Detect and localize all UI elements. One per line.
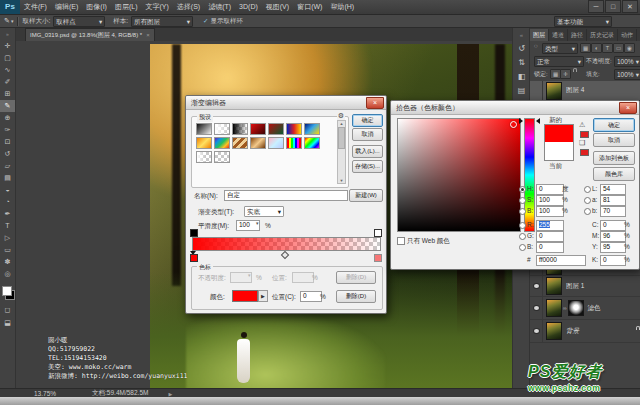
smoothness-caret-icon[interactable]: ▾ (256, 220, 259, 226)
g-input[interactable]: 0 (536, 231, 564, 242)
gradient-preset[interactable] (196, 137, 212, 149)
eye-icon[interactable] (534, 329, 539, 333)
mask-link-icon[interactable]: ∞ (563, 305, 567, 311)
layer-name[interactable]: 图层 4 (566, 86, 584, 95)
hue-arrow-left[interactable] (519, 118, 523, 124)
k-input[interactable]: 0 (600, 255, 626, 266)
stop-color-swatch[interactable] (232, 290, 258, 302)
sample-size-dropdown[interactable]: 取样点▾ (53, 16, 105, 27)
l-input[interactable]: 54 (600, 184, 626, 195)
scroll-up-icon[interactable]: ▲ (338, 121, 345, 126)
pen-tool[interactable]: ✒ (0, 208, 15, 220)
current-color-swatch[interactable] (544, 142, 574, 161)
opacity-stop-left[interactable] (190, 229, 198, 237)
gradient-preset[interactable] (214, 137, 230, 149)
gamut-color-chip[interactable] (580, 131, 589, 138)
filter-type-dropdown[interactable]: 类型▾ (542, 43, 578, 54)
marquee-tool[interactable]: ▢ (0, 52, 15, 64)
tab-actions[interactable]: 动作 (618, 29, 637, 41)
tab-paths[interactable]: 路径 (568, 29, 587, 41)
blur-tool[interactable]: ◒ (0, 184, 15, 196)
eyedropper-tool[interactable]: ✎ (0, 100, 15, 112)
midpoint-diamond[interactable] (281, 251, 289, 259)
layer-thumbnail[interactable] (546, 82, 562, 100)
r-radio[interactable] (519, 222, 526, 229)
y-input[interactable]: 95 (600, 242, 626, 253)
hue-slider[interactable] (524, 118, 535, 232)
layer-thumbnail[interactable] (546, 322, 562, 340)
color-field-marker[interactable] (510, 121, 517, 128)
menu-window[interactable]: 窗口(W) (293, 0, 326, 14)
scroll-down-icon[interactable]: ▼ (338, 178, 345, 183)
eye-icon[interactable] (534, 306, 539, 310)
menu-type[interactable]: 文字(Y) (141, 0, 172, 14)
ok-button[interactable]: 确定 (352, 114, 383, 127)
b2-radio[interactable] (519, 244, 526, 251)
gradient-editor-title[interactable]: 渐变编辑器 (186, 96, 386, 110)
tab-channels[interactable]: 通道 (549, 29, 568, 41)
h-input[interactable]: 0 (536, 184, 564, 195)
path-selection-tool[interactable]: ▷ (0, 232, 15, 244)
b-input[interactable]: 100 (536, 206, 564, 217)
close-icon[interactable]: × (366, 97, 384, 109)
minimize-button[interactable]: ─ (588, 0, 604, 13)
menu-view[interactable]: 视图(V) (262, 0, 293, 14)
menu-3d[interactable]: 3D(D) (235, 0, 262, 14)
visibility-toggle[interactable] (530, 320, 543, 342)
gear-icon[interactable]: ⚙ (337, 112, 345, 120)
delete-color-button[interactable]: 删除(D) (336, 290, 376, 303)
color-stop-right[interactable] (374, 254, 382, 262)
gradient-preset[interactable] (196, 123, 212, 135)
color-field[interactable] (397, 118, 521, 232)
move-tool[interactable]: ✛ (0, 40, 15, 52)
menu-file[interactable]: 文件(F) (20, 0, 51, 14)
gradient-preset[interactable] (250, 137, 266, 149)
a-radio[interactable] (584, 197, 591, 204)
web-color-chip[interactable] (580, 149, 589, 156)
hand-tool[interactable]: ✽ (0, 256, 15, 268)
eye-icon[interactable] (534, 284, 539, 288)
layer-name[interactable]: 滤色 (588, 304, 601, 313)
b2-input[interactable]: 0 (536, 242, 564, 253)
ok-button[interactable]: 确定 (593, 118, 635, 132)
gradient-tool[interactable]: ▤ (0, 172, 15, 184)
visibility-toggle[interactable] (530, 81, 543, 100)
web-cube-icon[interactable]: ❑ (579, 139, 585, 147)
web-colors-checkbox[interactable] (397, 237, 405, 245)
gamut-warning-icon[interactable]: ⚠ (579, 121, 585, 129)
clone-stamp-tool[interactable]: ⊡ (0, 136, 15, 148)
fill-value[interactable]: 100%▾ (614, 69, 640, 80)
lab-b-radio[interactable] (584, 208, 591, 215)
stop-location2-input[interactable]: 0 (300, 291, 322, 302)
history-panel-icon[interactable]: ↺ (513, 42, 530, 56)
quick-selection-tool[interactable]: ✐ (0, 76, 15, 88)
healing-brush-tool[interactable]: ⊕ (0, 112, 15, 124)
layer-row-1[interactable]: 图层 1 (530, 276, 640, 297)
web-colors-label[interactable]: 只有 Web 颜色 (407, 237, 450, 246)
layer-row-background[interactable]: 背景 (530, 320, 640, 343)
m-input[interactable]: 96 (600, 231, 626, 242)
menu-edit[interactable]: 编辑(E) (51, 0, 82, 14)
history-brush-tool[interactable]: ↺ (0, 148, 15, 160)
shape-tool[interactable]: ▭ (0, 244, 15, 256)
filter-text-icon[interactable]: T (602, 43, 613, 53)
adjustments-panel-icon[interactable]: ◧ (513, 70, 530, 84)
gradient-preset[interactable] (304, 137, 320, 149)
document-tab[interactable]: IMG_0319.psd @ 13.8%(图层 4, RGB/8) * × (25, 28, 155, 42)
r-input[interactable]: 255 (539, 221, 550, 228)
toolbar-grip[interactable]: » (0, 28, 15, 40)
presets-scrollbar[interactable]: ▲ ▼ (337, 120, 346, 184)
add-to-swatches-button[interactable]: 添加到色板 (593, 151, 635, 165)
layer-name[interactable]: 图层 1 (566, 282, 584, 291)
gradient-preset[interactable] (304, 123, 320, 135)
load-button[interactable]: 载入(L)... (352, 145, 383, 158)
gradient-preset[interactable] (286, 123, 302, 135)
lasso-tool[interactable]: ∿ (0, 64, 15, 76)
layer-mask-thumbnail[interactable] (568, 300, 584, 316)
gradient-preset[interactable] (232, 137, 248, 149)
maximize-button[interactable]: □ (605, 0, 621, 13)
layer-thumbnail[interactable] (546, 277, 562, 295)
foreground-color-swatch[interactable] (2, 286, 12, 296)
gradient-preset[interactable] (268, 123, 284, 135)
filter-pixel-icon[interactable]: ▦ (580, 43, 591, 53)
